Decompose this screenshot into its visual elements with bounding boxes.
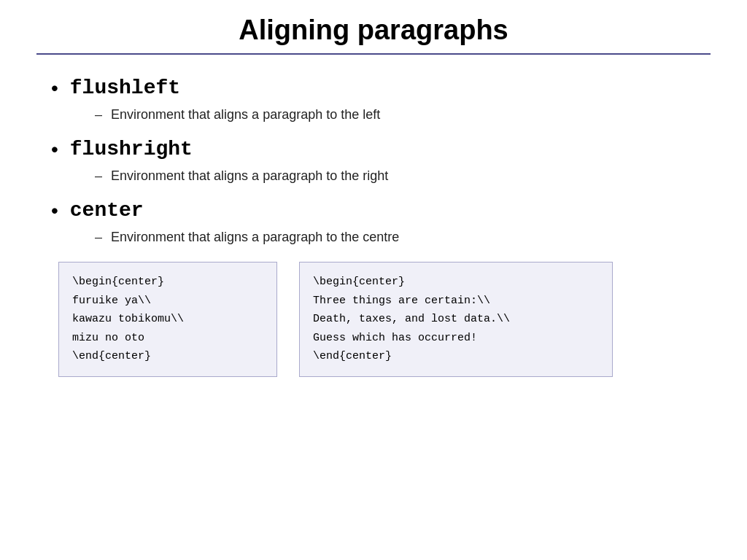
bullet-label-center: center: [70, 199, 144, 222]
sub-item-flushright: – Environment that aligns a paragraph to…: [95, 166, 696, 186]
code-box-2: \begin{center} Three things are certain:…: [299, 262, 613, 377]
bullet-dot-flushleft: •: [51, 78, 58, 98]
code-boxes-container: \begin{center} furuike ya\\ kawazu tobik…: [58, 262, 696, 377]
slide: Aligning paragraphs • flushleft – Enviro…: [0, 0, 747, 560]
bullet-dot-flushright: •: [51, 139, 58, 160]
bullet-label-flushright: flushright: [70, 138, 193, 160]
bullet-main-flushleft: • flushleft: [51, 77, 696, 99]
sub-dash-flushleft: –: [95, 105, 102, 125]
title-area: Aligning paragraphs: [36, 0, 711, 55]
bullet-main-center: • center: [51, 199, 696, 222]
code-box-1: \begin{center} furuike ya\\ kawazu tobik…: [58, 262, 277, 377]
sub-text-center: Environment that aligns a paragraph to t…: [111, 228, 399, 247]
sub-dash-center: –: [95, 228, 102, 247]
content-area: • flushleft – Environment that aligns a …: [36, 69, 711, 538]
bullet-item-flushleft: • flushleft – Environment that aligns a …: [51, 77, 696, 125]
sub-text-flushright: Environment that aligns a paragraph to t…: [111, 166, 388, 186]
slide-title: Aligning paragraphs: [36, 15, 711, 46]
sub-item-center: – Environment that aligns a paragraph to…: [95, 228, 696, 247]
bullet-item-center: • center – Environment that aligns a par…: [51, 199, 696, 247]
bullet-main-flushright: • flushright: [51, 138, 696, 160]
sub-text-flushleft: Environment that aligns a paragraph to t…: [111, 105, 380, 125]
bullet-label-flushleft: flushleft: [70, 77, 180, 99]
sub-dash-flushright: –: [95, 166, 102, 186]
bullet-dot-center: •: [51, 201, 58, 221]
sub-item-flushleft: – Environment that aligns a paragraph to…: [95, 105, 696, 125]
bullet-item-flushright: • flushright – Environment that aligns a…: [51, 138, 696, 186]
